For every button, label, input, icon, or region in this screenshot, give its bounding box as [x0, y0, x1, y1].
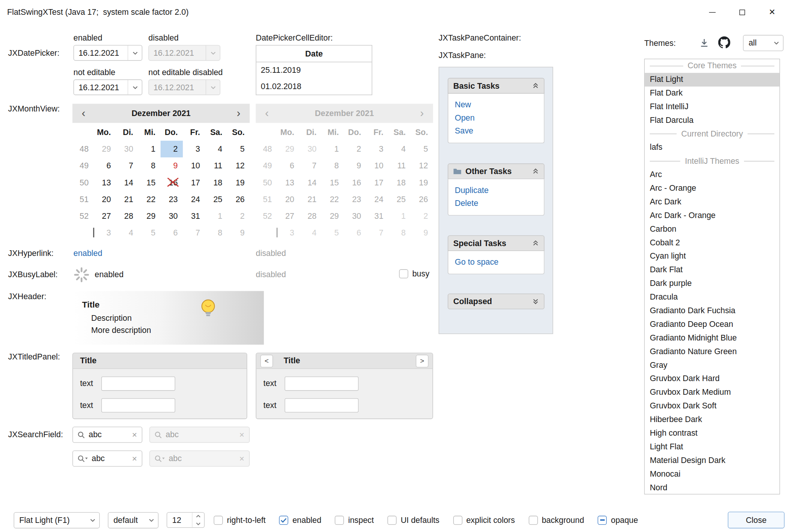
calendar-day[interactable]: 7 [116, 157, 139, 174]
spinner-up-button[interactable] [192, 513, 204, 520]
checkbox-background[interactable]: background [529, 515, 584, 524]
text-input[interactable] [101, 377, 175, 391]
calendar-day[interactable]: 17 [183, 174, 205, 191]
calendar-day[interactable]: 2 [227, 207, 250, 224]
datepicker-not-editable[interactable]: 16.12.2021 [74, 80, 143, 95]
checkbox-right-to-left[interactable]: right-to-left [214, 515, 266, 524]
taskpane-header[interactable]: Other Tasks [448, 163, 545, 179]
calendar-day[interactable]: 1 [138, 141, 161, 157]
task-link-save[interactable]: Save [455, 124, 538, 138]
calendar-day[interactable]: 13 [94, 174, 116, 191]
font-size-spinner[interactable]: 12 [167, 512, 205, 528]
taskpane-header[interactable]: Basic Tasks [448, 78, 545, 94]
table-row[interactable]: 01.02.2018 [256, 78, 371, 95]
spinner-value[interactable]: 12 [167, 515, 192, 524]
taskpane-header[interactable]: Special Tasks [448, 235, 545, 251]
maximize-button[interactable] [727, 0, 757, 24]
theme-item-flat-light[interactable]: Flat Light [645, 73, 779, 86]
theme-filter-combo[interactable]: all [743, 35, 784, 51]
theme-item-gruvbox-dark-medium[interactable]: Gruvbox Dark Medium [645, 386, 779, 400]
theme-item-light-flat[interactable]: Light Flat [645, 440, 779, 454]
calendar-day[interactable]: 26 [227, 191, 250, 207]
calendar-day[interactable]: 5 [227, 141, 250, 157]
calendar-day[interactable]: 14 [116, 174, 139, 191]
theme-item-gradianto-deep-ocean[interactable]: Gradianto Deep Ocean [645, 318, 779, 331]
task-link-duplicate[interactable]: Duplicate [455, 184, 538, 197]
theme-item-arc-dark[interactable]: Arc Dark [645, 195, 779, 209]
calendar-day[interactable]: 24 [183, 191, 205, 207]
text-input[interactable] [285, 398, 359, 412]
spinner-down-button[interactable] [192, 520, 204, 527]
calendar-day[interactable]: 18 [205, 174, 228, 191]
theme-item-monocai[interactable]: Monocai [645, 468, 779, 481]
search-field-enabled[interactable]: ✕ [72, 427, 142, 443]
theme-item-nord[interactable]: Nord [645, 481, 779, 494]
next-month-button[interactable]: › [227, 108, 250, 119]
style-combo[interactable]: default [108, 512, 158, 529]
calendar-day[interactable]: 28 [116, 207, 139, 224]
calendar-day[interactable]: 9 [161, 157, 183, 174]
theme-item-high-contrast[interactable]: High contrast [645, 427, 779, 440]
checkbox-ui-defaults[interactable]: UI defaults [387, 515, 439, 524]
theme-item-gradianto-midnight-blue[interactable]: Gradianto Midnight Blue [645, 331, 779, 345]
calendar-day[interactable]: 21 [116, 191, 139, 207]
theme-item-lafs[interactable]: lafs [645, 141, 779, 155]
calendar-day[interactable]: 29 [94, 141, 116, 157]
close-button[interactable]: Close [728, 512, 784, 528]
close-window-button[interactable]: ✕ [757, 0, 787, 24]
clear-search-icon[interactable]: ✕ [132, 455, 137, 462]
theme-item-material-design-dark[interactable]: Material Design Dark [645, 454, 779, 468]
search-field-with-menu[interactable]: ✕ [72, 450, 142, 467]
prev-month-button[interactable]: ‹ [72, 108, 95, 119]
calendar-day[interactable]: 11 [205, 157, 228, 174]
clear-search-icon[interactable]: ✕ [132, 432, 137, 438]
calendar-day[interactable]: 2 [161, 141, 183, 157]
calendar-day[interactable]: 30 [161, 207, 183, 224]
theme-item-hiberbee-dark[interactable]: Hiberbee Dark [645, 413, 779, 427]
checkbox-inspect[interactable]: inspect [335, 515, 374, 524]
next-button[interactable]: > [416, 355, 428, 367]
calendar-day[interactable]: 20 [94, 191, 116, 207]
calendar-day[interactable]: 12 [227, 157, 250, 174]
minimize-button[interactable] [697, 0, 727, 24]
calendar-day[interactable]: 29 [138, 207, 161, 224]
datepicker-value[interactable]: 16.12.2021 [74, 83, 127, 92]
table-row[interactable]: 25.11.2019 [256, 62, 371, 78]
theme-item-gruvbox-dark-soft[interactable]: Gruvbox Dark Soft [645, 399, 779, 413]
calendar-day[interactable]: 16 [161, 174, 183, 191]
theme-item-gray[interactable]: Gray [645, 359, 779, 372]
text-input[interactable] [285, 377, 359, 391]
datepicker-value[interactable]: 16.12.2021 [74, 48, 127, 57]
theme-item-flat-intellij[interactable]: Flat IntelliJ [645, 100, 779, 114]
calendar-day[interactable]: 19 [227, 174, 250, 191]
checkbox-enabled[interactable]: enabled [279, 515, 321, 524]
text-input[interactable] [101, 398, 175, 412]
calendar-day[interactable]: 6 [94, 157, 116, 174]
calendar-day[interactable]: 8 [138, 157, 161, 174]
calendar-day[interactable]: 1 [205, 207, 228, 224]
search-input[interactable] [92, 454, 128, 463]
task-link-delete[interactable]: Delete [455, 197, 538, 210]
calendar-day[interactable]: 8 [205, 224, 228, 241]
theme-item-dark-flat[interactable]: Dark Flat [645, 264, 779, 277]
theme-item-cyan-light[interactable]: Cyan light [645, 250, 779, 264]
theme-item-gradianto-dark-fuchsia[interactable]: Gradianto Dark Fuchsia [645, 304, 779, 318]
theme-item-arc-dark-orange[interactable]: Arc Dark - Orange [645, 209, 779, 223]
datepicker-dropdown-button[interactable] [127, 80, 142, 95]
calendar-day[interactable]: 9 [227, 224, 250, 241]
theme-item-cobalt-2[interactable]: Cobalt 2 [645, 236, 779, 250]
theme-item-flat-darcula[interactable]: Flat Darcula [645, 114, 779, 127]
datepicker-dropdown-button[interactable] [127, 46, 142, 60]
calendar-day[interactable]: 27 [94, 207, 116, 224]
calendar-day[interactable]: 4 [116, 224, 139, 241]
theme-item-flat-dark[interactable]: Flat Dark [645, 86, 779, 100]
theme-item-arc-orange[interactable]: Arc - Orange [645, 182, 779, 195]
calendar-day[interactable]: 4 [205, 141, 228, 157]
calendar-day[interactable]: 3 [94, 224, 116, 241]
calendar-day[interactable]: 15 [138, 174, 161, 191]
calendar-day[interactable]: 6 [161, 224, 183, 241]
datepicker-enabled[interactable]: 16.12.2021 [74, 45, 143, 61]
hyperlink-enabled[interactable]: enabled [74, 249, 102, 258]
checkbox-busy[interactable]: busy [399, 269, 430, 278]
taskpane-header[interactable]: Collapsed [448, 293, 545, 309]
